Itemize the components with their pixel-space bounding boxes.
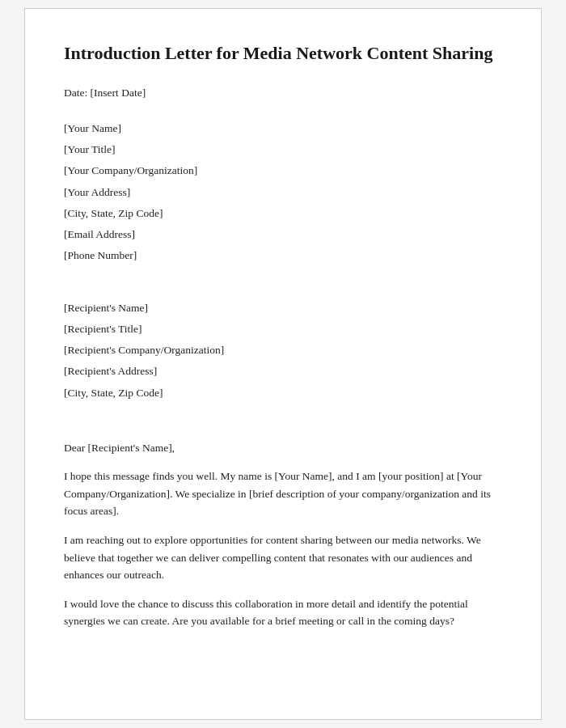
sender-company: [Your Company/Organization]	[64, 163, 502, 179]
sender-email: [Email Address]	[64, 226, 502, 243]
body-paragraph-2: I am reaching out to explore opportuniti…	[64, 531, 502, 584]
sender-date: Date: [Insert Date]	[64, 85, 502, 101]
recipient-title: [Recipient's Title]	[64, 321, 502, 337]
spacer-2	[64, 271, 502, 286]
spacer-1	[64, 106, 502, 121]
page-container: Introduction Letter for Media Network Co…	[0, 0, 566, 728]
recipient-address: [Recipient's Address]	[64, 363, 502, 379]
sender-block: Date: [Insert Date] [Your Name] [Your Ti…	[64, 85, 502, 265]
sender-phone: [Phone Number]	[64, 248, 502, 264]
recipient-city-state-zip: [City, State, Zip Code]	[64, 385, 502, 401]
body-paragraph-1: I hope this message finds you well. My n…	[64, 468, 502, 520]
document: Introduction Letter for Media Network Co…	[24, 8, 542, 720]
spacer-3	[64, 286, 502, 300]
document-title: Introduction Letter for Media Network Co…	[64, 41, 502, 66]
sender-city-state-zip: [City, State, Zip Code]	[64, 205, 502, 222]
recipient-name: [Recipient's Name]	[64, 300, 502, 316]
body-paragraph-3: I would love the chance to discuss this …	[64, 595, 502, 630]
salutation: Dear [Recipient's Name],	[64, 440, 502, 456]
spacer-5	[64, 422, 502, 437]
recipient-block: [Recipient's Name] [Recipient's Title] […	[64, 300, 502, 401]
sender-name: [Your Name]	[64, 121, 502, 137]
sender-address: [Your Address]	[64, 184, 502, 201]
recipient-company: [Recipient's Company/Organization]	[64, 342, 502, 358]
spacer-4	[64, 408, 502, 422]
sender-title: [Your Title]	[64, 142, 502, 158]
